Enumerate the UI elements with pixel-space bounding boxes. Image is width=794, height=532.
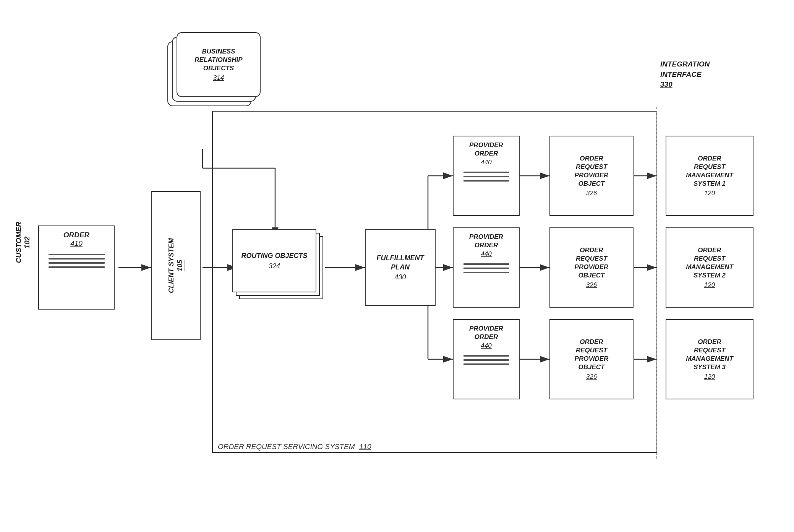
integration-interface-label: INTEGRATIONINTERFACE 330: [660, 59, 710, 90]
provider-order-1-box: PROVIDERORDER 440: [453, 136, 520, 216]
client-system-box: CLIENT SYSTEM 105: [151, 191, 201, 340]
orp-2-number: 326: [586, 281, 597, 289]
order-request-provider-2-box: ORDERREQUESTPROVIDEROBJECT 326: [549, 227, 634, 308]
order-label: ORDER: [63, 231, 90, 239]
mgmt-1-number: 120: [704, 190, 715, 197]
routing-label: ROUTING OBJECTS: [241, 251, 307, 260]
fulfillment-plan-label: FULFILLMENTPLAN: [377, 254, 424, 272]
provider-order-3-label: PROVIDERORDER: [469, 324, 503, 341]
provider-order-3-box: PROVIDERORDER 440: [453, 319, 520, 399]
bro-label: BUSINESSRELATIONSHIPOBJECTS: [194, 47, 242, 73]
order-request-provider-1-box: ORDERREQUESTPROVIDEROBJECT 326: [549, 136, 634, 216]
provider-order-1-number: 440: [481, 159, 491, 166]
mgmt-1-label: ORDERREQUESTMANAGEMENTSYSTEM 1: [686, 154, 733, 188]
mgmt-system-2-box: ORDERREQUESTMANAGEMENTSYSTEM 2 120: [666, 227, 753, 308]
orp-1-label: ORDERREQUESTPROVIDEROBJECT: [575, 154, 609, 188]
routing-number: 324: [269, 262, 280, 270]
bro-number: 314: [213, 74, 224, 82]
provider-order-1-label: PROVIDERORDER: [469, 141, 503, 158]
fulfillment-plan-box: FULFILLMENTPLAN 430: [365, 229, 436, 306]
orp-2-label: ORDERREQUESTPROVIDEROBJECT: [575, 246, 609, 280]
orp-3-label: ORDERREQUESTPROVIDEROBJECT: [575, 338, 609, 371]
mgmt-2-number: 120: [704, 281, 715, 289]
order-box: ORDER 410: [38, 225, 115, 310]
mgmt-3-label: ORDERREQUESTMANAGEMENTSYSTEM 3: [686, 338, 733, 371]
bro-main: BUSINESSRELATIONSHIPOBJECTS 314: [177, 32, 261, 97]
customer-label: CUSTOMER 102: [15, 222, 31, 263]
order-number: 410: [70, 239, 83, 248]
provider-order-2-number: 440: [481, 250, 491, 258]
provider-order-2-label: PROVIDERORDER: [469, 233, 503, 250]
integration-interface-line: [656, 107, 657, 459]
mgmt-2-label: ORDERREQUESTMANAGEMENTSYSTEM 2: [686, 246, 733, 280]
orp-1-number: 326: [586, 190, 597, 197]
mgmt-system-1-box: ORDERREQUESTMANAGEMENTSYSTEM 1 120: [666, 136, 753, 216]
order-request-provider-3-box: ORDERREQUESTPROVIDEROBJECT 326: [549, 319, 634, 399]
provider-order-3-number: 440: [481, 342, 491, 350]
fulfillment-plan-number: 430: [394, 273, 406, 281]
orp-3-number: 326: [586, 373, 597, 381]
mgmt-system-3-box: ORDERREQUESTMANAGEMENTSYSTEM 3 120: [666, 319, 753, 399]
mgmt-3-number: 120: [704, 373, 715, 381]
diagram-container: CUSTOMER 102 ORDER 410 CLIENT SYSTEM 105…: [0, 0, 794, 532]
provider-order-2-box: PROVIDERORDER 440: [453, 227, 520, 308]
routing-main: ROUTING OBJECTS 324: [232, 229, 316, 292]
servicing-system-label: ORDER REQUEST SERVICING SYSTEM 110: [218, 443, 371, 451]
